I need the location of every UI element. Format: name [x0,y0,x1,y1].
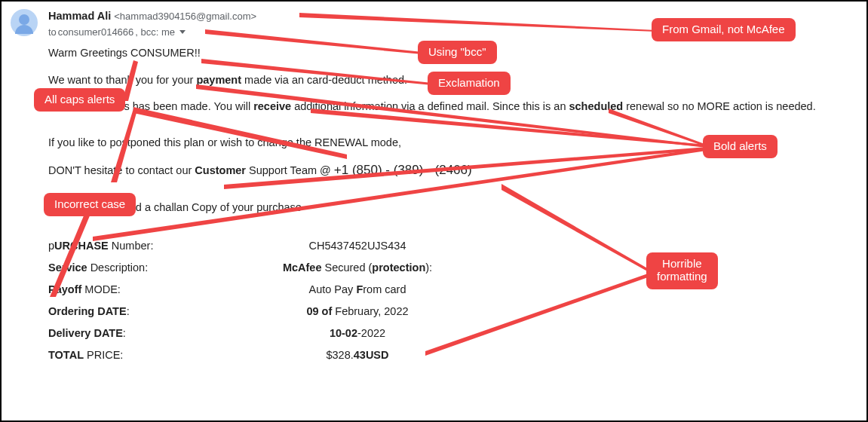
annotation-horrible: Horrible formatting [646,252,718,289]
dl-b: Delivery DATE [48,327,123,339]
to-bcc: , bcc: me [135,26,175,39]
contact-pre: DON'T hesitate to contact our [48,164,195,176]
amount-mid: additional information via a defined mai… [291,100,569,112]
annotation-allcaps: All caps alerts [34,88,125,112]
sv-b2: protection [372,261,425,274]
amount-post: renewal so no MORE action is needed. [623,100,816,112]
ov-post: February, 2022 [332,305,408,317]
greeting-excl: !! [195,47,201,59]
contact-line: DON'T hesitate to contact our Customer S… [48,162,857,179]
amount-bold1: receive [253,100,291,112]
dl-post: : [123,327,126,339]
amount-line: This AMOUNT is has been made. You will r… [48,99,857,115]
ol-b: Ordering DATE [48,305,127,317]
table-row: Delivery DATE: 10-02-2022 [48,323,857,344]
to-line[interactable]: to consumer014666, bcc: me [48,26,256,39]
annotation-bold: Bold alerts [703,135,778,158]
pl-pre: p [48,240,54,252]
from-email: <hammad3904156@gmail.com> [114,10,256,23]
from-name: Hammad Ali [48,9,111,24]
sv-mid: Secured ( [321,261,372,274]
to-recipient: consumer014666 [58,26,133,39]
sv-post: ): [425,261,432,274]
horrible-l2: formatting [657,270,707,283]
table-row: TOTAL PRICE: $328.43USD [48,344,857,366]
challan-post: ed a challan Copy of your purchase [130,201,302,213]
chevron-down-icon[interactable] [179,30,186,34]
sl-post: Description: [87,261,149,274]
pol-b: Payoff [48,283,81,295]
sl-bold: Service [48,261,87,274]
amount-bold2: scheduled [569,100,623,112]
pov-pre: Auto Pay [309,283,357,295]
annotation-gmail: From Gmail, not McAfee [652,18,796,41]
dv-post: -2022 [357,327,385,339]
pl-post: Number: [109,240,154,252]
ov-b: 09 of [306,305,332,317]
thank-pre: We want to thank you for your [48,74,196,86]
sv-b1: McAfee [283,261,322,274]
avatar [11,9,38,36]
annotation-incorrect: Incorrect case [44,193,136,216]
purchase-table: pURCHASE Number: CH5437452UJS434 Service… [48,235,857,366]
tv-b: 43USD [354,349,389,361]
ol-post: : [127,305,130,317]
table-row: pURCHASE Number: CH5437452UJS434 [48,235,857,257]
horrible-l1: Horrible [662,257,702,270]
thank-post: made via an card-deduct method. [241,74,407,86]
tl-b: TOTAL [48,349,84,361]
greeting-pre: Warm Greetings [48,47,130,59]
table-row: Payoff MODE: Auto Pay From card [48,279,857,301]
pov-post: rom card [363,283,406,295]
contact-bold: Customer [195,164,246,176]
tl-post: PRICE: [84,349,123,361]
challan-line: We have delivered a challan Copy of your… [48,200,857,216]
annotation-bcc: Using "bcc" [418,41,497,64]
pl-bold: URCHASE [54,240,109,252]
pov-b: F [356,283,363,295]
table-row: Service Description: McAfee Secured (pro… [48,257,857,279]
pol-post: MODE: [81,283,121,295]
to-prefix: to [48,26,57,39]
tv-pre: $328. [326,349,353,361]
table-row: Ordering DATE: 09 of February, 2022 [48,301,857,323]
dv-b: 10-02 [330,327,357,339]
phone-number: +1 (850) - (389) - (2466) [334,163,472,177]
purchase-value: CH5437452UJS434 [244,235,471,257]
greeting-consumer: CONSUMER [130,47,195,59]
contact-post: Support Team @ [246,164,334,176]
thank-bold: payment [196,74,241,86]
annotation-exclamation: Exclamation [428,72,511,95]
